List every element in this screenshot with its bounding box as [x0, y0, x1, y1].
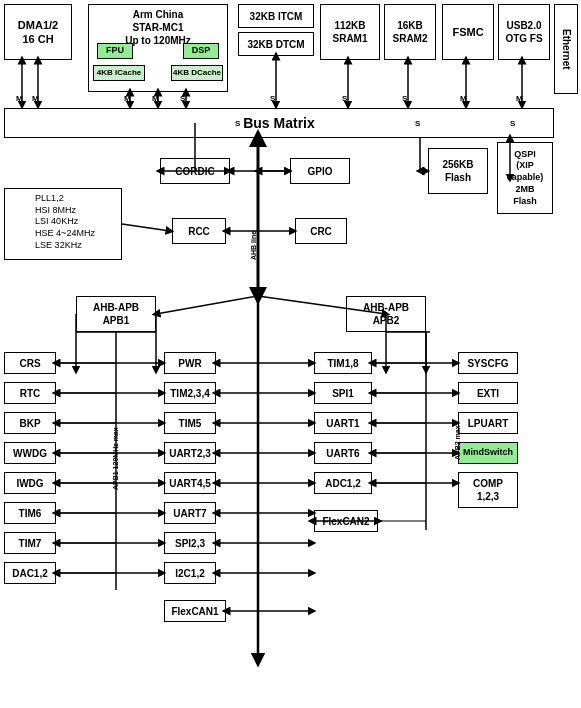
tim6-block: TIM6	[4, 502, 56, 524]
svg-text:M: M	[460, 94, 467, 103]
dsp-label: DSP	[192, 45, 211, 57]
rtc-label: RTC	[20, 387, 41, 400]
syscfg-block: SYSCFG	[458, 352, 518, 374]
ethernet-label: Ethernet	[560, 29, 573, 70]
tim5-label: TIM5	[179, 417, 202, 430]
svg-text:M: M	[32, 94, 39, 103]
i2c12-block: I2C1,2	[164, 562, 216, 584]
adc12-label: ADC1,2	[325, 477, 361, 490]
rcc-block: RCC	[172, 218, 226, 244]
tim5-block: TIM5	[164, 412, 216, 434]
flexcan1-block: FlexCAN1	[164, 600, 226, 622]
tim234-block: TIM2,3,4	[164, 382, 216, 404]
crs-label: CRS	[19, 357, 40, 370]
flash256-label: 256KB Flash	[442, 158, 473, 184]
arm-label: Arm ChinaSTAR-MC1Up to 120MHz	[89, 8, 227, 47]
fpu-label: FPU	[106, 45, 124, 57]
sram2-block: 16KB SRAM2	[384, 4, 436, 60]
ahb-apb1-block: AHB-APB APB1	[76, 296, 156, 332]
i2c12-label: I2C1,2	[175, 567, 204, 580]
diagram: DMA1/2 16 CH Arm ChinaSTAR-MC1Up to 120M…	[0, 0, 581, 708]
svg-text:M: M	[516, 94, 523, 103]
sram1-block: 112KB SRAM1	[320, 4, 380, 60]
pwr-block: PWR	[164, 352, 216, 374]
svg-text:S: S	[342, 94, 348, 103]
sram2-label: 16KB SRAM2	[392, 19, 427, 45]
bus-matrix-block: Bus Matrix	[4, 108, 554, 138]
uart6-block: UART6	[314, 442, 372, 464]
bkp-label: BKP	[19, 417, 40, 430]
fsmc-block: FSMC	[442, 4, 494, 60]
uart45-label: UART4,5	[169, 477, 211, 490]
uart7-label: UART7	[173, 507, 206, 520]
ahb-apb1-label: AHB-APB APB1	[93, 301, 139, 327]
cordic-label: CORDIC	[175, 165, 214, 178]
gpio-block: GPIO	[290, 158, 350, 184]
pll-label: PLL1,2 HSI 8MHz LSI 40KHz HSE 4~24MHz LS…	[35, 193, 95, 251]
svg-text:M: M	[16, 94, 23, 103]
svg-text:APB1 120MHz max: APB1 120MHz max	[112, 427, 119, 490]
svg-text:M: M	[152, 94, 159, 103]
uart23-block: UART2,3	[164, 442, 216, 464]
uart23-label: UART2,3	[169, 447, 211, 460]
ahb-apb2-block: AHB-APB APB2	[346, 296, 426, 332]
tim18-label: TIM1,8	[327, 357, 358, 370]
rtc-block: RTC	[4, 382, 56, 404]
icache-block: 4KB ICache	[93, 65, 145, 81]
itcm-block: 32KB ITCM	[238, 4, 314, 28]
dcache-block: 4KB DCache	[171, 65, 223, 81]
svg-line-34	[156, 296, 258, 314]
tim6-label: TIM6	[19, 507, 42, 520]
syscfg-label: SYSCFG	[467, 357, 508, 370]
itcm-label: 32KB ITCM	[250, 10, 303, 23]
uart1-label: UART1	[326, 417, 359, 430]
dma-block: DMA1/2 16 CH	[4, 4, 72, 60]
mindswitch-block: MindSwitch	[458, 442, 518, 464]
sram1-label: 112KB SRAM1	[332, 19, 367, 45]
tim18-block: TIM1,8	[314, 352, 372, 374]
bus-matrix-label: Bus Matrix	[243, 115, 315, 131]
cordic-block: CORDIC	[160, 158, 230, 184]
qspi-label: QSPI (XIP capable) 2MB Flash	[507, 149, 544, 207]
tim234-label: TIM2,3,4	[170, 387, 209, 400]
exti-label: EXTI	[477, 387, 499, 400]
crc-block: CRC	[295, 218, 347, 244]
wwdg-block: WWDG	[4, 442, 56, 464]
ahb-apb2-label: AHB-APB APB2	[363, 301, 409, 327]
usb-label: USB2.0 OTG FS	[505, 19, 542, 45]
dtcm-label: 32KB DTCM	[247, 38, 304, 51]
svg-text:S: S	[270, 94, 276, 103]
bkp-block: BKP	[4, 412, 56, 434]
flexcan2-block: FlexCAN2	[314, 510, 378, 532]
uart7-block: UART7	[164, 502, 216, 524]
adc12-block: ADC1,2	[314, 472, 372, 494]
tim7-block: TIM7	[4, 532, 56, 554]
svg-text:S: S	[402, 94, 408, 103]
spi1-block: SPI1	[314, 382, 372, 404]
dac12-label: DAC1,2	[12, 567, 48, 580]
dac12-block: DAC1,2	[4, 562, 56, 584]
iwdg-block: IWDG	[4, 472, 56, 494]
flexcan1-label: FlexCAN1	[171, 605, 218, 618]
lpuart-block: LPUART	[458, 412, 518, 434]
exti-block: EXTI	[458, 382, 518, 404]
rcc-label: RCC	[188, 225, 210, 238]
pll-block: PLL1,2 HSI 8MHz LSI 40KHz HSE 4~24MHz LS…	[4, 188, 122, 260]
svg-text:AHB line: AHB line	[250, 231, 257, 260]
dsp-block: DSP	[183, 43, 219, 59]
usb-block: USB2.0 OTG FS	[498, 4, 550, 60]
svg-text:M: M	[124, 94, 131, 103]
svg-text:S: S	[180, 94, 186, 103]
fsmc-label: FSMC	[452, 25, 483, 39]
spi23-block: SPI2,3	[164, 532, 216, 554]
arm-block: Arm ChinaSTAR-MC1Up to 120MHz FPU DSP 4K…	[88, 4, 228, 92]
pwr-label: PWR	[178, 357, 201, 370]
uart6-label: UART6	[326, 447, 359, 460]
uart1-block: UART1	[314, 412, 372, 434]
crs-block: CRS	[4, 352, 56, 374]
flash256-block: 256KB Flash	[428, 148, 488, 194]
tim7-label: TIM7	[19, 537, 42, 550]
gpio-label: GPIO	[307, 165, 332, 178]
lpuart-label: LPUART	[468, 417, 509, 430]
comp123-label: COMP 1,2,3	[473, 477, 503, 503]
